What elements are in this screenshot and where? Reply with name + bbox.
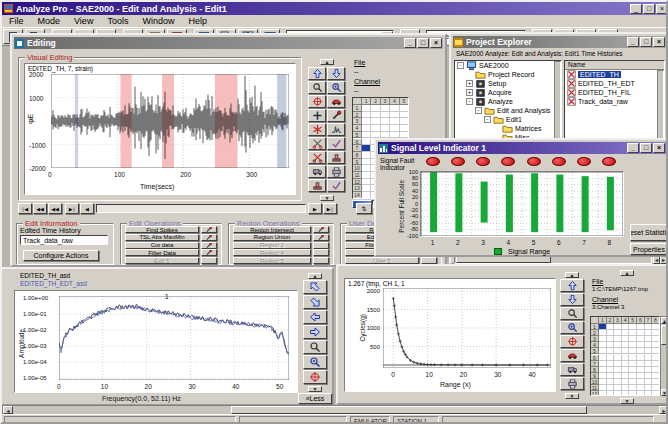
menu-mode[interactable]: Mode (31, 15, 68, 28)
spike-tool-button[interactable] (327, 123, 345, 136)
region-5-button[interactable]: Region 5 (233, 257, 311, 264)
project-explorer-minimize-button[interactable]: _ (627, 37, 639, 47)
grid-row-header[interactable]: 12 (591, 391, 599, 396)
action-tool-icon[interactable] (201, 242, 217, 249)
find-spikes-button[interactable]: Find Spikes (125, 226, 199, 233)
grid-cell[interactable] (362, 105, 371, 112)
list-header-name[interactable]: Name (565, 61, 664, 70)
target-tool-button[interactable] (560, 335, 584, 348)
arrow-up-tool-button[interactable] (308, 67, 326, 80)
grid-cell[interactable] (645, 391, 653, 396)
grid-row-header[interactable]: 1 (353, 105, 362, 112)
arrow-down-tool-button[interactable] (327, 67, 345, 80)
vcr-step-back-button[interactable]: ▶∣ (65, 203, 79, 214)
grid-cell[interactable] (362, 132, 371, 139)
list-item-edited_th_edt[interactable]: EDITED_TH_EDT (565, 79, 664, 88)
menu-window[interactable]: Window (135, 15, 181, 28)
cycles-channel-grid[interactable]: 12345678123456789101112 (590, 316, 660, 396)
grid-col-header[interactable]: 2 (607, 317, 615, 324)
plus-tool-button[interactable] (308, 109, 326, 122)
grid-row-header[interactable]: 4 (353, 125, 362, 132)
grid-cell[interactable] (390, 125, 399, 132)
editing-maximize-button[interactable]: □ (417, 38, 429, 48)
app-maximize-button[interactable]: □ (643, 4, 655, 14)
grid-row-header[interactable]: 6 (353, 139, 362, 146)
target-tool-button[interactable] (308, 95, 326, 108)
zoom-plus-tool-button[interactable] (560, 321, 584, 334)
grid-cell[interactable] (362, 139, 371, 146)
grid-cell[interactable] (362, 112, 371, 119)
panel-spin-up-icon[interactable]: ▲ (620, 270, 634, 276)
editing-title-bar[interactable]: Editing _□× (14, 37, 443, 49)
vcr-rew-button[interactable]: ◀◀ (48, 203, 62, 214)
grid-row-header[interactable]: 3 (353, 118, 362, 125)
edited-time-history-field[interactable]: Track_data_raw (20, 235, 108, 245)
vcr-fwd-button[interactable]: ▶ (308, 203, 322, 214)
grid-row-header[interactable]: 5 (353, 132, 362, 139)
configure-actions-button[interactable]: Configure Actions (23, 250, 99, 261)
grid-cell[interactable] (390, 118, 399, 125)
grid-cell[interactable] (637, 391, 645, 396)
grid-cell[interactable] (400, 118, 409, 125)
grid-cell[interactable] (652, 391, 660, 396)
palette-spin-up-icon[interactable]: ▲ (308, 273, 322, 279)
grid-row-header[interactable]: 12 (353, 179, 362, 186)
signal-maximize-button[interactable]: □ (640, 143, 652, 153)
tree-item-sae2000[interactable]: -SAE2000 (455, 61, 561, 70)
grid-cell[interactable] (362, 159, 371, 166)
tree-item-setup[interactable]: +Setup (455, 79, 561, 88)
action-tool-icon[interactable] (201, 249, 217, 256)
action-tool-icon[interactable] (201, 226, 217, 233)
grid-cell[interactable] (400, 105, 409, 112)
scissors-tool-button[interactable] (308, 137, 326, 150)
zoom-tool-button[interactable] (303, 340, 327, 354)
collapse-icon[interactable]: - (475, 107, 482, 114)
collapse-icon[interactable]: - (466, 98, 473, 105)
grid-cell[interactable] (362, 152, 371, 159)
editing-close-button[interactable]: × (430, 38, 442, 48)
collapse-icon[interactable]: - (457, 62, 464, 69)
grid-cell[interactable] (371, 112, 380, 119)
grid-cell[interactable] (614, 391, 622, 396)
grid-cell[interactable] (381, 118, 390, 125)
grid-cell[interactable] (362, 179, 371, 186)
zoom-plus-tool-button[interactable] (303, 355, 327, 369)
zoom-plus-tool-button[interactable] (327, 81, 345, 94)
grid-row-header[interactable]: 7 (353, 145, 362, 152)
vcr-step-first-button[interactable]: ∣◀ (18, 203, 32, 214)
grid-col-header[interactable]: 1 (599, 317, 607, 324)
grid-cell[interactable] (629, 391, 637, 396)
scroll-left-icon[interactable]: ◄ (3, 406, 13, 414)
printer-tool-button[interactable] (327, 165, 345, 178)
app-close-button[interactable]: × (656, 4, 668, 14)
palette-spin-down-icon[interactable]: ▼ (308, 386, 322, 392)
grid-row-header[interactable]: 9 (353, 159, 362, 166)
arrow-se-tool-button[interactable] (303, 295, 327, 309)
arrow-up-tool-button[interactable] (560, 279, 584, 292)
grid-col-header[interactable]: 3 (614, 317, 622, 324)
grid-col-header[interactable]: 5 (400, 98, 409, 105)
menu-file[interactable]: File (2, 15, 31, 28)
project-explorer-maximize-button[interactable]: □ (640, 37, 652, 47)
signal-title-bar[interactable]: Signal Level Indicator 1 _□× (378, 142, 666, 154)
grid-col-header[interactable]: 4 (390, 98, 399, 105)
action-tool-icon[interactable] (313, 242, 329, 249)
title-bar[interactable]: Analyze Pro - SAE2000 - Edit and Analysi… (2, 2, 668, 15)
arrow-right-tool-button[interactable] (303, 325, 327, 339)
region-3-button[interactable]: Region 3 (233, 242, 311, 249)
grid-col-header[interactable]: 8 (652, 317, 660, 324)
truck-tool-button[interactable] (308, 165, 326, 178)
grid-col-header[interactable]: 5 (629, 317, 637, 324)
cycles-grid-vscrollbar[interactable]: ▲ ▼ (660, 316, 668, 396)
grid-cell[interactable] (362, 192, 371, 199)
region-intersect-button[interactable]: Region Intersect (233, 226, 311, 233)
asd-plot[interactable]: 1.00e+001.00e-011.00e-021.00e-031.00e-04… (14, 290, 298, 393)
project-explorer-close-button[interactable]: × (653, 37, 665, 47)
action-tool-icon[interactable] (313, 226, 329, 233)
menu-tools[interactable]: Tools (100, 15, 135, 28)
action-tool-icon[interactable] (201, 257, 217, 264)
grid-row-header[interactable]: 8 (353, 152, 362, 159)
palette-spin-down-icon[interactable]: ▼ (565, 393, 579, 399)
grid-row-header[interactable]: 10 (353, 165, 362, 172)
cut-data-button[interactable]: Cut data (125, 242, 199, 249)
